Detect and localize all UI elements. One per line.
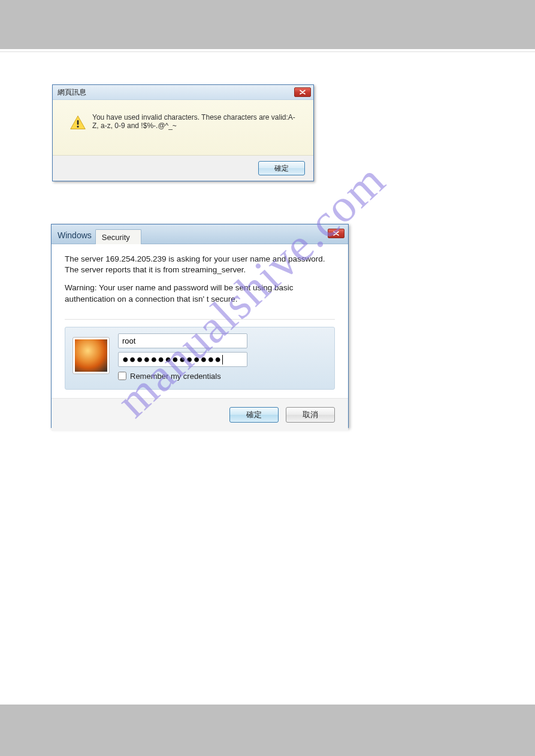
windows-security-dialog: Windows Security The server 169.254.205.… xyxy=(51,224,349,428)
dialog1-message: You have used invalid characters. These … xyxy=(92,113,296,130)
invalid-characters-dialog: 網頁訊息 You have used invalid characters. T… xyxy=(52,84,314,181)
warning-icon xyxy=(69,114,86,131)
ok-button[interactable]: 確定 xyxy=(229,407,279,423)
ok-button[interactable]: 確定 xyxy=(258,161,305,175)
avatar xyxy=(72,337,110,374)
dialog2-separator xyxy=(65,319,335,320)
page-footer-band xyxy=(0,705,535,756)
page-header-band xyxy=(0,0,535,49)
svg-point-2 xyxy=(77,126,78,127)
svg-rect-1 xyxy=(77,120,79,125)
dialog2-message-area: The server 169.254.205.239 is asking for… xyxy=(52,244,348,318)
dialog1-footer: 確定 xyxy=(53,156,313,181)
dialog2-warning-line: Warning: Your user name and password wil… xyxy=(65,283,335,304)
cancel-button[interactable]: 取消 xyxy=(286,407,335,423)
dialog2-title-prefix: Windows xyxy=(56,227,95,244)
credentials-panel: ●●●●●●●●●●●●●● Remember my credentials xyxy=(65,327,335,390)
dialog1-titlebar[interactable]: 網頁訊息 xyxy=(53,85,313,100)
avatar-image xyxy=(75,339,107,372)
dialog2-titlebar[interactable]: Windows Security xyxy=(52,224,348,244)
remember-label: Remember my credentials xyxy=(130,372,221,381)
dialog2-footer: 確定 取消 xyxy=(52,398,348,431)
username-input[interactable] xyxy=(118,333,247,348)
remember-credentials-row[interactable]: Remember my credentials xyxy=(118,372,327,381)
dialog2-title-tab: Security xyxy=(95,229,141,244)
password-input[interactable]: ●●●●●●●●●●●●●● xyxy=(118,352,247,367)
close-icon[interactable] xyxy=(328,229,344,238)
remember-checkbox[interactable] xyxy=(118,372,126,380)
close-icon[interactable] xyxy=(294,87,311,97)
dialog1-title: 網頁訊息 xyxy=(58,87,86,98)
dialog1-body: You have used invalid characters. These … xyxy=(53,100,313,156)
header-separator xyxy=(0,51,535,52)
dialog2-info-line1: The server 169.254.205.239 is asking for… xyxy=(65,254,335,275)
